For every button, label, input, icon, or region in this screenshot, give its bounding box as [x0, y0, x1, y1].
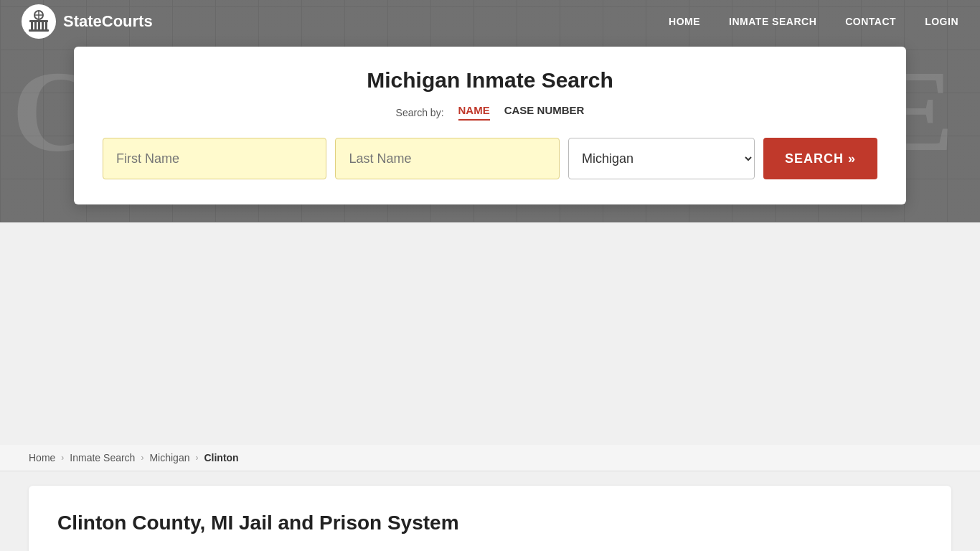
state-select[interactable]: Michigan Alabama Alaska Arizona Californ…: [568, 138, 755, 179]
nav-home[interactable]: HOME: [669, 16, 700, 27]
search-button[interactable]: SEARCH »: [763, 138, 877, 179]
tab-name[interactable]: NAME: [458, 104, 490, 121]
svg-rect-8: [45, 22, 47, 29]
content-title: Clinton County, MI Jail and Prison Syste…: [57, 512, 923, 534]
logo-icon: [22, 4, 56, 39]
logo-text: StateCourts: [63, 12, 153, 31]
svg-rect-4: [31, 22, 33, 29]
nav-contact[interactable]: CONTACT: [845, 16, 896, 27]
breadcrumb-inmate-search[interactable]: Inmate Search: [70, 452, 135, 463]
last-name-input[interactable]: [335, 138, 559, 179]
search-by-label: Search by:: [396, 107, 444, 118]
breadcrumb: Home › Inmate Search › Michigan › Clinto…: [0, 445, 980, 471]
svg-rect-7: [42, 22, 44, 29]
chevron-icon-1: ›: [61, 453, 64, 463]
main-content: Clinton County, MI Jail and Prison Syste…: [0, 471, 980, 551]
hero-section: COURTHOUSE StateCourts: [0, 0, 980, 222]
svg-rect-3: [29, 20, 48, 22]
nav-inmate-search[interactable]: INMATE SEARCH: [729, 16, 816, 27]
navbar: StateCourts HOME INMATE SEARCH CONTACT L…: [0, 0, 980, 43]
search-inputs: Michigan Alabama Alaska Arizona Californ…: [103, 138, 877, 179]
search-by-row: Search by: NAME CASE NUMBER: [103, 104, 877, 121]
svg-rect-5: [34, 22, 37, 29]
content-card: Clinton County, MI Jail and Prison Syste…: [29, 486, 951, 551]
svg-rect-6: [38, 22, 40, 29]
breadcrumb-current: Clinton: [204, 452, 238, 463]
nav-login[interactable]: LOGIN: [925, 16, 958, 27]
first-name-input[interactable]: [103, 138, 326, 179]
nav-links: HOME INMATE SEARCH CONTACT LOGIN: [669, 15, 958, 28]
logo-link[interactable]: StateCourts: [22, 4, 153, 39]
breadcrumb-home[interactable]: Home: [29, 452, 55, 463]
tab-case-number[interactable]: CASE NUMBER: [504, 104, 585, 121]
chevron-icon-2: ›: [141, 453, 143, 463]
search-card: Michigan Inmate Search Search by: NAME C…: [74, 47, 906, 204]
breadcrumb-state[interactable]: Michigan: [149, 452, 189, 463]
chevron-icon-3: ›: [195, 453, 198, 463]
search-card-title: Michigan Inmate Search: [103, 68, 877, 93]
svg-rect-9: [29, 29, 49, 32]
